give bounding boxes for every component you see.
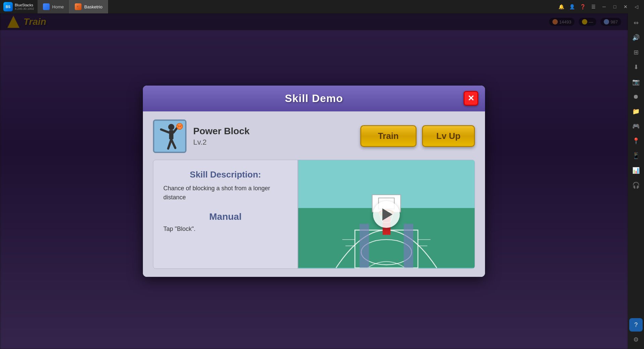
- game-tab-icon: 🏀: [75, 3, 82, 10]
- info-badge-icon[interactable]: ?: [629, 318, 643, 332]
- maximize-btn[interactable]: □: [610, 2, 620, 11]
- modal-close-button[interactable]: ✕: [464, 91, 478, 106]
- notification-btn[interactable]: 🔔: [556, 2, 566, 11]
- skill-name-block: Power Block Lv.2: [193, 126, 354, 147]
- right-sidebar: ⇔ 🔊 ⊞ ⬇ 📷 ⏺ 📁 🎮 📍 📱 📊 🎧 ? ⚙: [628, 13, 644, 349]
- skill-icon: [154, 121, 185, 152]
- tab-home[interactable]: Home: [38, 0, 70, 13]
- modal-title: Skill Demo: [285, 92, 343, 105]
- chart-icon[interactable]: 📊: [629, 164, 643, 177]
- tab-home-label: Home: [52, 4, 64, 9]
- skill-icon-container: [153, 119, 186, 153]
- description-area: Skill Description: Chance of blocking a …: [153, 160, 475, 269]
- skill-info-row: Power Block Lv.2 Train Lv Up: [153, 119, 475, 153]
- skill-buttons: Train Lv Up: [360, 125, 475, 147]
- app-window: BS BlueStacks 4.240.30.1002 Home 🏀 Baske…: [0, 0, 644, 349]
- video-panel[interactable]: [298, 160, 475, 268]
- modal-overlay: Skill Demo ✕: [0, 13, 628, 349]
- skill-demo-modal: Skill Demo ✕: [143, 86, 485, 277]
- minimize-btn[interactable]: ─: [599, 2, 609, 11]
- svg-rect-3: [169, 130, 173, 139]
- bs-version: 4.240.30.1002: [15, 7, 34, 10]
- volume-icon[interactable]: 🔊: [629, 31, 643, 44]
- play-button[interactable]: [373, 201, 400, 228]
- skill-name: Power Block: [193, 126, 354, 137]
- bs-logo-text: BlueStacks: [15, 3, 34, 7]
- modal-body: Power Block Lv.2 Train Lv Up S: [143, 111, 485, 277]
- game-area: Train 14493 — 987: [0, 13, 628, 349]
- account-btn[interactable]: 👤: [567, 2, 577, 11]
- folder-icon[interactable]: 📁: [629, 105, 643, 118]
- manual-text: Tap "Block".: [163, 226, 287, 233]
- title-bar: BS BlueStacks 4.240.30.1002 Home 🏀 Baske…: [0, 0, 644, 13]
- bs-logo-icon: BS: [3, 2, 13, 11]
- expand-sidebar-icon[interactable]: ⇔: [629, 16, 643, 30]
- play-triangle-icon: [382, 208, 392, 220]
- grid-icon[interactable]: ⊞: [629, 46, 643, 59]
- window-controls: 🔔 👤 ❓ ☰ ─ □ ✕ ◁: [556, 2, 644, 11]
- record-icon[interactable]: ⏺: [629, 90, 643, 103]
- train-button[interactable]: Train: [360, 125, 417, 147]
- lvup-button[interactable]: Lv Up: [422, 125, 475, 147]
- help-btn[interactable]: ❓: [578, 2, 588, 11]
- manual-title: Manual: [163, 211, 287, 222]
- download-icon[interactable]: ⬇: [629, 60, 643, 74]
- settings-icon[interactable]: ⚙: [629, 333, 643, 346]
- skill-description-title: Skill Description:: [163, 169, 287, 180]
- device-icon[interactable]: 📱: [629, 149, 643, 162]
- tab-basketrio-label: Basketrio: [84, 4, 102, 9]
- description-text-panel: Skill Description: Chance of blocking a …: [153, 160, 298, 268]
- close-btn[interactable]: ✕: [621, 2, 631, 11]
- location-icon[interactable]: 📍: [629, 134, 643, 148]
- bluestacks-logo: BS BlueStacks 4.240.30.1002: [0, 2, 38, 11]
- home-tab-icon: [43, 3, 50, 10]
- skill-level: Lv.2: [193, 138, 354, 147]
- camera-icon[interactable]: 📷: [629, 75, 643, 89]
- collapse-btn[interactable]: ◁: [631, 2, 641, 11]
- svg-point-2: [168, 124, 174, 130]
- skill-description-text: Chance of blocking a shot from a longer …: [163, 184, 287, 202]
- svg-rect-17: [360, 224, 369, 268]
- modal-header: Skill Demo ✕: [143, 86, 485, 111]
- tab-basketrio[interactable]: 🏀 Basketrio: [69, 0, 108, 13]
- menu-btn[interactable]: ☰: [588, 2, 598, 11]
- basketball-court: [298, 160, 475, 268]
- gamepad-icon[interactable]: 🎮: [629, 119, 643, 133]
- headset-icon[interactable]: 🎧: [629, 179, 643, 192]
- svg-rect-18: [404, 224, 413, 268]
